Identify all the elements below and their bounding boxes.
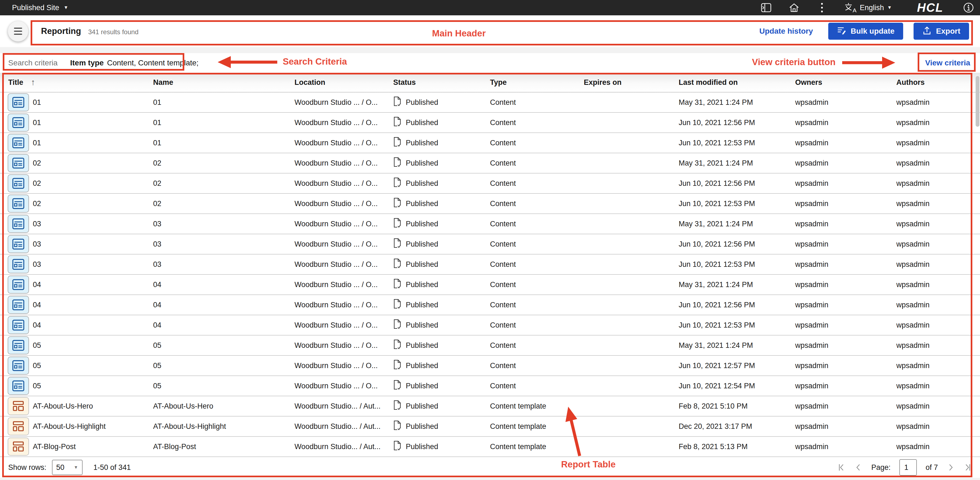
cell-title: 02 bbox=[0, 195, 153, 213]
bulk-update-button[interactable]: Bulk update bbox=[828, 23, 903, 40]
column-header-owners[interactable]: Owners bbox=[795, 78, 896, 87]
table-row[interactable]: 01 01 Woodburn Studio ... / O... Publish… bbox=[0, 92, 980, 113]
published-status-icon bbox=[393, 440, 401, 453]
table-row[interactable]: 04 04 Woodburn Studio ... / O... Publish… bbox=[0, 275, 980, 295]
cell-owners: wpsadmin bbox=[795, 118, 896, 127]
language-selector[interactable]: A English ▼ bbox=[845, 2, 892, 13]
table-row[interactable]: 01 01 Woodburn Studio ... / O... Publish… bbox=[0, 133, 980, 153]
table-row[interactable]: AT-About-Us-Hero AT-About-Us-Hero Woodbu… bbox=[0, 396, 980, 416]
page-number-input[interactable] bbox=[899, 459, 917, 475]
menu-hamburger-button[interactable] bbox=[8, 21, 29, 41]
column-header-name[interactable]: Name bbox=[153, 78, 294, 87]
published-status-icon bbox=[393, 218, 401, 230]
cell-last-modified-on: May 31, 2021 1:24 PM bbox=[679, 159, 795, 167]
cell-status: Published bbox=[393, 299, 490, 311]
search-criteria-bar: Search criteria Item type Content, Conte… bbox=[0, 53, 980, 73]
last-page-button[interactable] bbox=[964, 463, 972, 472]
table-row[interactable]: 04 04 Woodburn Studio ... / O... Publish… bbox=[0, 295, 980, 315]
column-header-location[interactable]: Location bbox=[294, 78, 393, 87]
hcl-logo: HCL bbox=[917, 1, 943, 14]
content-icon bbox=[8, 336, 29, 354]
cell-owners: wpsadmin bbox=[795, 220, 896, 228]
table-row[interactable]: 05 05 Woodburn Studio ... / O... Publish… bbox=[0, 335, 980, 356]
table-row[interactable]: 03 03 Woodburn Studio ... / O... Publish… bbox=[0, 214, 980, 234]
cell-location: Woodburn Studio ... / O... bbox=[294, 362, 393, 370]
cell-last-modified-on: May 31, 2021 1:24 PM bbox=[679, 341, 795, 350]
cell-authors: wpsadmin bbox=[896, 301, 980, 309]
cell-last-modified-on: May 31, 2021 1:24 PM bbox=[679, 281, 795, 289]
column-header-authors[interactable]: Authors bbox=[896, 78, 980, 87]
content-icon bbox=[8, 154, 29, 172]
info-icon[interactable] bbox=[963, 2, 974, 13]
cell-owners: wpsadmin bbox=[795, 422, 896, 431]
site-selector-dropdown[interactable]: Published Site ▼ bbox=[12, 3, 68, 12]
overflow-menu-icon[interactable] bbox=[816, 2, 827, 13]
table-row[interactable]: AT-Blog-Post AT-Blog-Post Woodburn Studi… bbox=[0, 437, 980, 457]
export-button[interactable]: Export bbox=[913, 23, 969, 40]
cell-type: Content bbox=[490, 341, 584, 350]
cell-name: 05 bbox=[153, 341, 294, 350]
cell-last-modified-on: Jun 10, 2021 12:53 PM bbox=[679, 199, 795, 208]
content-template-icon bbox=[8, 397, 29, 415]
cell-title: 05 bbox=[0, 377, 153, 395]
table-row[interactable]: 03 03 Woodburn Studio ... / O... Publish… bbox=[0, 255, 980, 275]
published-status-icon bbox=[393, 319, 401, 332]
column-header-expires-on[interactable]: Expires on bbox=[584, 78, 679, 87]
language-label: English bbox=[860, 3, 884, 12]
sort-ascending-icon[interactable]: ↑ bbox=[31, 77, 35, 87]
update-history-link[interactable]: Update history bbox=[759, 27, 813, 35]
column-header-type[interactable]: Type bbox=[490, 78, 584, 87]
cell-name: 02 bbox=[153, 159, 294, 167]
content-icon bbox=[8, 195, 29, 213]
cell-location: Woodburn Studio ... / O... bbox=[294, 179, 393, 188]
column-header-status[interactable]: Status bbox=[393, 78, 490, 87]
column-header-last-modified-on[interactable]: Last modified on bbox=[679, 78, 795, 87]
cell-type: Content bbox=[490, 179, 584, 188]
table-footer: Show rows: 50 ▼ 1-50 of 341 Pa bbox=[0, 457, 980, 478]
home-icon[interactable] bbox=[789, 2, 800, 13]
table-row[interactable]: 05 05 Woodburn Studio ... / O... Publish… bbox=[0, 356, 980, 376]
content-icon bbox=[8, 296, 29, 314]
cell-owners: wpsadmin bbox=[795, 98, 896, 107]
next-page-button[interactable] bbox=[947, 463, 955, 472]
cell-owners: wpsadmin bbox=[795, 199, 896, 208]
cell-name: 04 bbox=[153, 281, 294, 289]
site-selector-label: Published Site bbox=[12, 3, 59, 12]
cell-status: Published bbox=[393, 137, 490, 149]
search-criteria-value: Content, Content template; bbox=[107, 59, 199, 67]
cell-type: Content bbox=[490, 281, 584, 289]
content-icon bbox=[8, 134, 29, 152]
cell-authors: wpsadmin bbox=[896, 199, 980, 208]
previous-page-button[interactable] bbox=[854, 463, 862, 472]
table-row[interactable]: 02 02 Woodburn Studio ... / O... Publish… bbox=[0, 153, 980, 174]
cell-name: AT-Blog-Post bbox=[153, 443, 294, 451]
table-row[interactable]: 04 04 Woodburn Studio ... / O... Publish… bbox=[0, 315, 980, 335]
scrollbar-thumb[interactable] bbox=[975, 76, 980, 127]
table-header-row: Title ↑ Name Location Status Type Expire… bbox=[0, 73, 980, 92]
table-row[interactable]: AT-About-Us-Highlight AT-About-Us-Highli… bbox=[0, 416, 980, 437]
cell-location: Woodburn Studio ... / O... bbox=[294, 260, 393, 269]
first-page-button[interactable] bbox=[837, 463, 845, 472]
cell-authors: wpsadmin bbox=[896, 321, 980, 330]
cell-type: Content bbox=[490, 159, 584, 167]
cell-location: Woodburn Studio ... / O... bbox=[294, 301, 393, 309]
chevron-down-icon: ▼ bbox=[74, 465, 78, 470]
cell-last-modified-on: Dec 20, 2021 3:17 PM bbox=[679, 422, 795, 431]
published-status-icon bbox=[393, 258, 401, 271]
show-rows-select[interactable]: 50 ▼ bbox=[52, 460, 83, 475]
cell-location: Woodburn Studio ... / O... bbox=[294, 98, 393, 107]
results-range: 1-50 of 341 bbox=[94, 463, 131, 472]
table-row[interactable]: 01 01 Woodburn Studio ... / O... Publish… bbox=[0, 113, 980, 133]
topbar: Published Site ▼ bbox=[0, 0, 980, 15]
view-criteria-button[interactable]: View criteria bbox=[925, 59, 970, 67]
table-row[interactable]: 03 03 Woodburn Studio ... / O... Publish… bbox=[0, 234, 980, 255]
column-header-title[interactable]: Title ↑ bbox=[0, 77, 153, 87]
table-row[interactable]: 02 02 Woodburn Studio ... / O... Publish… bbox=[0, 174, 980, 194]
table-row[interactable]: 05 05 Woodburn Studio ... / O... Publish… bbox=[0, 376, 980, 396]
cell-location: Woodburn Studio ... / O... bbox=[294, 159, 393, 167]
side-panel-icon[interactable] bbox=[761, 2, 772, 13]
table-row[interactable]: 02 02 Woodburn Studio ... / O... Publish… bbox=[0, 194, 980, 214]
cell-owners: wpsadmin bbox=[795, 240, 896, 249]
export-icon bbox=[922, 26, 932, 37]
cell-last-modified-on: Jun 10, 2021 12:57 PM bbox=[679, 362, 795, 370]
